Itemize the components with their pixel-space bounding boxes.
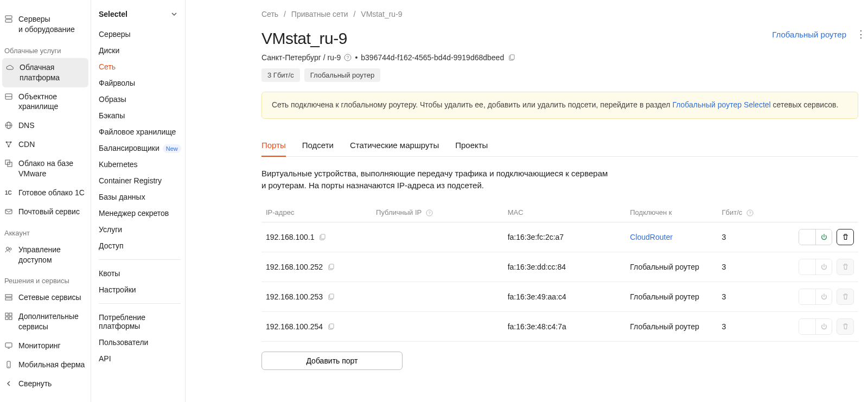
tab-description: Виртуальные устройства, выполняющие пере… xyxy=(261,168,630,192)
subnav-item[interactable]: Файловое хранилище xyxy=(99,124,181,140)
subnav-item[interactable]: Настройки xyxy=(99,282,181,298)
nav-item[interactable]: Объектное хранилище xyxy=(0,87,91,117)
monitor-icon xyxy=(4,341,13,350)
nav-item-label: Объектное хранилище xyxy=(18,92,85,112)
svg-rect-18 xyxy=(5,313,8,316)
subnav-item[interactable]: Серверы xyxy=(99,26,181,42)
subnav-item[interactable]: Услуги xyxy=(99,221,181,238)
nav-item[interactable]: Мониторинг xyxy=(0,336,91,355)
nav-item-label: Сетевые сервисы xyxy=(18,292,81,303)
tab-ports[interactable]: Порты xyxy=(261,135,286,156)
page-title: VMstat_ru-9 xyxy=(261,29,347,48)
copy-ip-icon[interactable] xyxy=(318,234,326,241)
col-ip: IP-адрес xyxy=(261,203,372,222)
secondary-nav-title: Selectel xyxy=(99,10,127,18)
nav-item-label: Серверы и оборудование xyxy=(18,14,85,35)
nav-item[interactable]: 1CГотовое облако 1C xyxy=(0,183,91,202)
nav-item[interactable]: Облачная платформа xyxy=(2,58,88,87)
copy-ip-icon[interactable] xyxy=(327,293,335,301)
col-gbit: Гбит/с ? xyxy=(717,203,778,222)
secondary-nav: Selectel СерверыДискиСетьФайрволыОбразыБ… xyxy=(91,0,186,402)
table-row: 192.168.100.252 fa:16:3e:dd:cc:84Глобаль… xyxy=(261,252,858,282)
ip-cell: 192.168.100.252 xyxy=(266,263,323,271)
help-icon[interactable]: ? xyxy=(426,209,433,216)
breadcrumb-b[interactable]: Приватные сети xyxy=(291,10,348,18)
vmware-icon xyxy=(4,159,13,168)
svg-rect-1 xyxy=(5,20,12,22)
svg-point-15 xyxy=(9,248,11,250)
nav-item[interactable]: DNS xyxy=(0,116,91,135)
global-router-link[interactable]: Глобальный роутер xyxy=(772,30,846,39)
nav-item[interactable]: Свернуть xyxy=(0,374,91,393)
subnav-item[interactable]: БалансировщикиNew xyxy=(99,140,181,156)
ip-cell: 192.168.100.1 xyxy=(266,233,315,241)
svg-rect-19 xyxy=(9,313,12,316)
nav-item-label: Свернуть xyxy=(18,379,52,389)
nav-group-solutions: Решения и сервисы xyxy=(0,269,91,288)
breadcrumb-c: VMstat_ru-9 xyxy=(361,10,402,18)
subnav-item[interactable]: Пользователи xyxy=(99,334,181,350)
subnav-item[interactable]: Квоты xyxy=(99,265,181,282)
secondary-nav-header[interactable]: Selectel xyxy=(99,10,181,18)
subnav-item[interactable]: Бэкапы xyxy=(99,107,181,124)
nav-item[interactable]: Дополнительные сервисы xyxy=(0,307,91,336)
power-icon xyxy=(815,259,832,275)
nav-item[interactable]: Сетевые сервисы xyxy=(0,288,91,307)
nav-item-label: Мобильная ферма xyxy=(18,360,85,370)
gbit-cell: 3 xyxy=(717,282,778,311)
mac-cell: fa:16:3e:fc:2c:a7 xyxy=(503,222,626,252)
power-toggle[interactable] xyxy=(799,229,832,245)
subnav-item[interactable]: Базы данных xyxy=(99,189,181,205)
delete-button xyxy=(837,318,854,335)
subnav-item[interactable]: Container Registry xyxy=(99,173,181,189)
tab-subnets[interactable]: Подсети xyxy=(302,135,334,156)
connected-link[interactable]: CloudRouter xyxy=(630,233,673,241)
1c-icon: 1C xyxy=(4,188,13,197)
nav-item[interactable]: Почтовый сервис xyxy=(0,202,91,221)
subnav-item[interactable]: API xyxy=(99,350,181,367)
nav-item[interactable]: Управление доступом xyxy=(0,240,91,270)
svg-rect-35 xyxy=(321,234,325,239)
nav-item-label: Дополнительные сервисы xyxy=(18,311,85,332)
svg-rect-17 xyxy=(5,298,12,300)
breadcrumb-a[interactable]: Сеть xyxy=(261,10,278,18)
main-content: Сеть / Приватные сети / VMstat_ru-9 VMst… xyxy=(186,0,868,402)
delete-button xyxy=(837,289,854,305)
subnav-item[interactable]: Доступ xyxy=(99,238,181,254)
svg-rect-41 xyxy=(330,324,334,328)
subnav-item[interactable]: Kubernetes xyxy=(99,156,181,173)
delete-button[interactable] xyxy=(837,229,854,245)
chevron-down-icon xyxy=(171,11,177,17)
add-port-button[interactable]: Добавить порт xyxy=(261,352,403,370)
nav-item-label: CDN xyxy=(18,139,35,150)
gbit-cell: 3 xyxy=(717,222,778,252)
cloud-icon xyxy=(5,63,14,72)
subnav-item[interactable]: Менеджер секретов xyxy=(99,205,181,221)
tab-static-routes[interactable]: Статические маршруты xyxy=(350,135,439,156)
power-toggle xyxy=(799,289,832,305)
subnav-item[interactable]: Диски xyxy=(99,42,181,59)
nav-item-label: Мониторинг xyxy=(18,341,61,351)
delete-button xyxy=(837,259,854,275)
alert-link[interactable]: Глобальный роутер Selectel xyxy=(672,100,770,109)
help-icon[interactable]: ? xyxy=(344,54,352,61)
svg-rect-20 xyxy=(5,317,8,320)
svg-text:1C: 1C xyxy=(5,190,12,196)
tab-projects[interactable]: Проекты xyxy=(455,135,488,156)
more-menu-button[interactable]: ⋮ xyxy=(856,29,858,39)
nav-item[interactable]: Серверы и оборудование xyxy=(0,10,91,39)
copy-uuid-icon[interactable] xyxy=(507,54,515,61)
nav-item[interactable]: Облако на базе VMware xyxy=(0,154,91,183)
subnav-item[interactable]: Образы xyxy=(99,91,181,107)
nav-item[interactable]: Мобильная ферма xyxy=(0,355,91,374)
nav-item[interactable]: CDN xyxy=(0,135,91,154)
help-icon[interactable]: ? xyxy=(746,209,754,216)
subnav-item[interactable]: Файрволы xyxy=(99,75,181,91)
svg-rect-29 xyxy=(510,54,514,59)
subnav-item[interactable]: Потребление платформы xyxy=(99,309,181,334)
copy-ip-icon[interactable] xyxy=(327,264,335,271)
subnav-item[interactable]: Сеть xyxy=(99,59,181,75)
copy-ip-icon[interactable] xyxy=(327,323,335,331)
users-icon xyxy=(4,245,13,254)
gbit-cell: 3 xyxy=(717,311,778,341)
